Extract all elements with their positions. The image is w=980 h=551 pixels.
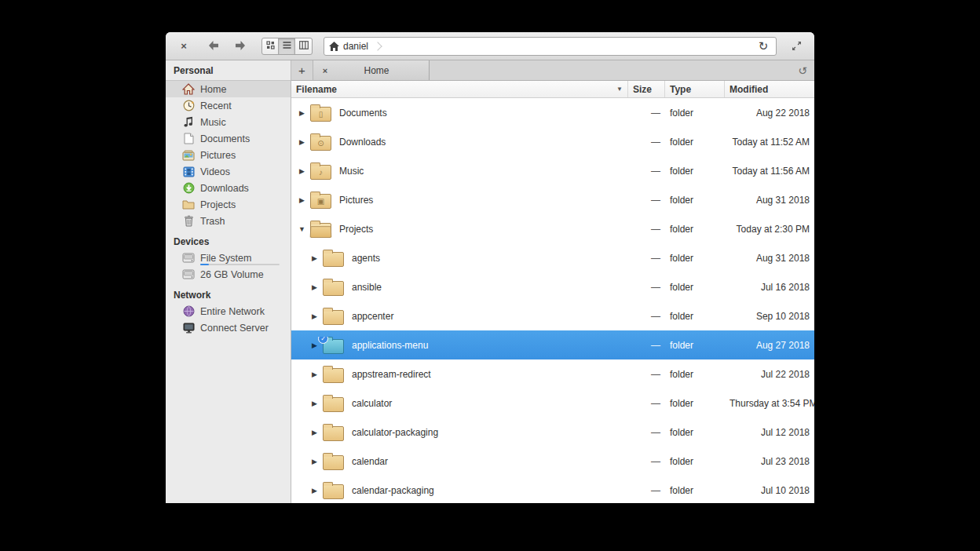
- file-row-calendar-packaging[interactable]: ▶calendar-packaging—folderJul 10 2018: [291, 476, 814, 503]
- file-row-calculator[interactable]: ▶calculator—folderThursday at 3:54 PM: [291, 389, 814, 418]
- file-row-projects[interactable]: ▼Projects—folderToday at 2:30 PM: [291, 214, 814, 243]
- window-close-button[interactable]: ×: [175, 38, 192, 55]
- expand-expander-icon[interactable]: ▶: [310, 370, 319, 378]
- sidebar-item-26-gb-volume[interactable]: 26 GB Volume: [166, 266, 291, 283]
- filename-cell: ▶calculator-packaging: [291, 424, 628, 441]
- expand-expander-icon[interactable]: ▶: [310, 400, 319, 407]
- folder-icon: [323, 426, 344, 441]
- sidebar-item-label: Downloads: [200, 183, 249, 194]
- expand-expander-icon[interactable]: ▶: [310, 429, 319, 436]
- filename-cell: ▶calendar-packaging: [291, 482, 628, 499]
- filename-cell: ▶calendar: [291, 453, 628, 470]
- expand-expander-icon[interactable]: ▶: [298, 109, 306, 117]
- column-view-button[interactable]: [295, 38, 312, 54]
- tab-home[interactable]: × Home: [313, 60, 430, 80]
- sidebar-item-home[interactable]: Home: [166, 81, 291, 97]
- type-cell: folder: [665, 253, 725, 264]
- file-row-calculator-packaging[interactable]: ▶calculator-packaging—folderJul 12 2018: [291, 418, 814, 447]
- home-icon: [182, 83, 195, 96]
- size-cell: —: [628, 137, 665, 148]
- tab-bar-spacer: [430, 60, 791, 80]
- file-row-pictures[interactable]: ▶▣Pictures—folderAug 31 2018: [291, 185, 814, 214]
- disk-usage-bar: [200, 264, 280, 265]
- expand-expander-icon[interactable]: ▶: [310, 341, 319, 349]
- collapse-expander-icon[interactable]: ▼: [298, 225, 306, 233]
- filename-cell: ▶✓applications-menu: [291, 337, 628, 354]
- column-view-icon: [299, 40, 309, 52]
- videos-icon: [182, 166, 195, 178]
- sidebar-item-file-system[interactable]: File System: [166, 250, 291, 266]
- file-row-documents[interactable]: ▶▯Documents—folderAug 22 2018: [291, 98, 814, 127]
- filename-cell: ▶♪Music: [291, 162, 628, 180]
- fullscreen-expand-icon[interactable]: [788, 38, 805, 55]
- sidebar-item-downloads[interactable]: Downloads: [166, 180, 291, 196]
- column-header-filename[interactable]: Filename▼: [291, 81, 628, 97]
- sidebar-item-videos[interactable]: Videos: [166, 163, 291, 180]
- list-view-button[interactable]: [279, 38, 295, 54]
- filename-label: calendar-packaging: [352, 485, 434, 496]
- type-cell: folder: [665, 282, 725, 293]
- breadcrumb-chevron-icon: [373, 42, 382, 50]
- home-icon: [329, 42, 339, 51]
- filename-cell: ▼Projects: [291, 221, 628, 238]
- back-arrow-icon: [207, 40, 220, 53]
- document-emblem-icon: ▯: [311, 108, 331, 121]
- sidebar-item-connect-server[interactable]: Connect Server: [166, 319, 291, 336]
- expand-expander-icon[interactable]: ▶: [310, 312, 319, 320]
- size-cell: —: [628, 311, 665, 322]
- modified-cell: Jul 22 2018: [725, 369, 814, 380]
- sidebar-item-music[interactable]: Music: [166, 114, 291, 130]
- pathbar[interactable]: daniel ↻: [324, 37, 777, 56]
- grid-view-button[interactable]: [262, 38, 279, 54]
- file-row-appstream-redirect[interactable]: ▶appstream-redirect—folderJul 22 2018: [291, 359, 814, 389]
- sidebar-item-trash[interactable]: Trash: [166, 213, 291, 229]
- size-cell: —: [628, 108, 665, 119]
- sidebar-item-label: Home: [200, 84, 226, 95]
- tab-close-button[interactable]: ×: [320, 65, 331, 76]
- size-cell: —: [628, 195, 665, 206]
- file-list: ▶▯Documents—folderAug 22 2018▶⊙Downloads…: [291, 98, 814, 503]
- sidebar-item-recent[interactable]: Recent: [166, 97, 291, 114]
- expand-expander-icon[interactable]: ▶: [310, 254, 319, 262]
- filename-cell: ▶ansible: [291, 279, 628, 296]
- back-button[interactable]: [202, 38, 225, 55]
- type-cell: folder: [665, 137, 725, 148]
- type-cell: folder: [665, 369, 725, 380]
- new-tab-button[interactable]: +: [291, 60, 313, 80]
- expand-expander-icon[interactable]: ▶: [310, 283, 319, 291]
- folder-icon: ▯: [310, 107, 331, 122]
- sidebar-item-pictures[interactable]: Pictures: [166, 147, 291, 163]
- column-header-type[interactable]: Type: [665, 81, 725, 97]
- file-row-agents[interactable]: ▶agents—folderAug 31 2018: [291, 243, 814, 272]
- expand-expander-icon[interactable]: ▶: [298, 138, 306, 146]
- expand-expander-icon[interactable]: ▶: [298, 167, 306, 175]
- server-icon: [182, 322, 195, 334]
- file-row-calendar[interactable]: ▶calendar—folderJul 23 2018: [291, 447, 814, 476]
- type-cell: folder: [665, 224, 725, 235]
- refresh-icon[interactable]: ↻: [755, 38, 771, 54]
- file-row-downloads[interactable]: ▶⊙Downloads—folderToday at 11:52 AM: [291, 127, 814, 156]
- forward-button[interactable]: [229, 38, 252, 55]
- sidebar: PersonalHomeRecentMusicDocumentsPictures…: [166, 60, 291, 503]
- file-row-appcenter[interactable]: ▶appcenter—folderSep 10 2018: [291, 301, 814, 330]
- expand-expander-icon[interactable]: ▶: [310, 458, 319, 465]
- sidebar-item-entire-network[interactable]: Entire Network: [166, 303, 291, 319]
- filename-label: Projects: [339, 224, 373, 235]
- column-header-modified[interactable]: Modified: [725, 81, 814, 97]
- restore-tabs-history-icon[interactable]: ↺: [791, 60, 814, 80]
- tab-label: Home: [331, 65, 422, 76]
- sidebar-item-projects[interactable]: Projects: [166, 196, 291, 213]
- expand-expander-icon[interactable]: ▶: [298, 196, 306, 204]
- column-header-size[interactable]: Size: [628, 81, 665, 97]
- picture-emblem-icon: ▣: [311, 195, 331, 208]
- sidebar-item-label: Recent: [200, 100, 232, 111]
- breadcrumb[interactable]: daniel: [343, 41, 368, 52]
- file-row-music[interactable]: ▶♪Music—folderToday at 11:56 AM: [291, 156, 814, 185]
- size-cell: —: [628, 398, 665, 409]
- sidebar-section-devices: Devices: [166, 233, 291, 250]
- file-row-ansible[interactable]: ▶ansible—folderJul 16 2018: [291, 272, 814, 301]
- expand-expander-icon[interactable]: ▶: [310, 487, 319, 494]
- file-row-applications-menu[interactable]: ▶✓applications-menu—folderAug 27 2018: [291, 330, 814, 359]
- sidebar-item-documents[interactable]: Documents: [166, 130, 291, 147]
- filename-label: Documents: [339, 108, 387, 119]
